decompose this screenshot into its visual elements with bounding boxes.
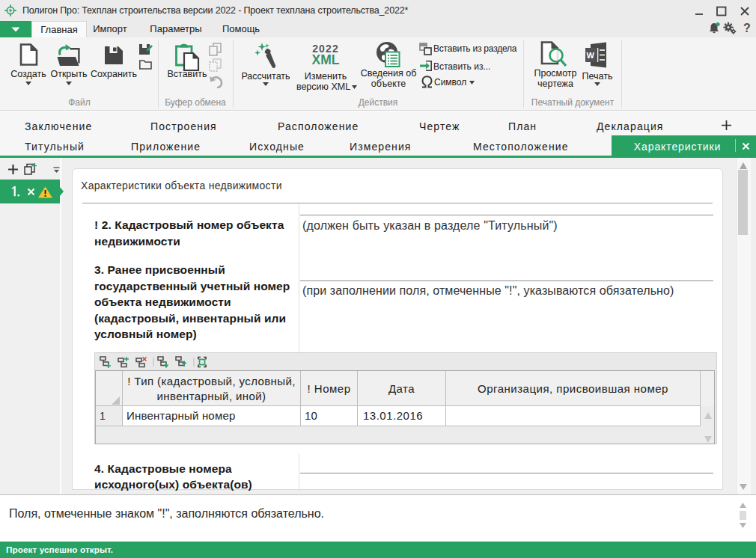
svg-text:W: W <box>587 51 595 60</box>
